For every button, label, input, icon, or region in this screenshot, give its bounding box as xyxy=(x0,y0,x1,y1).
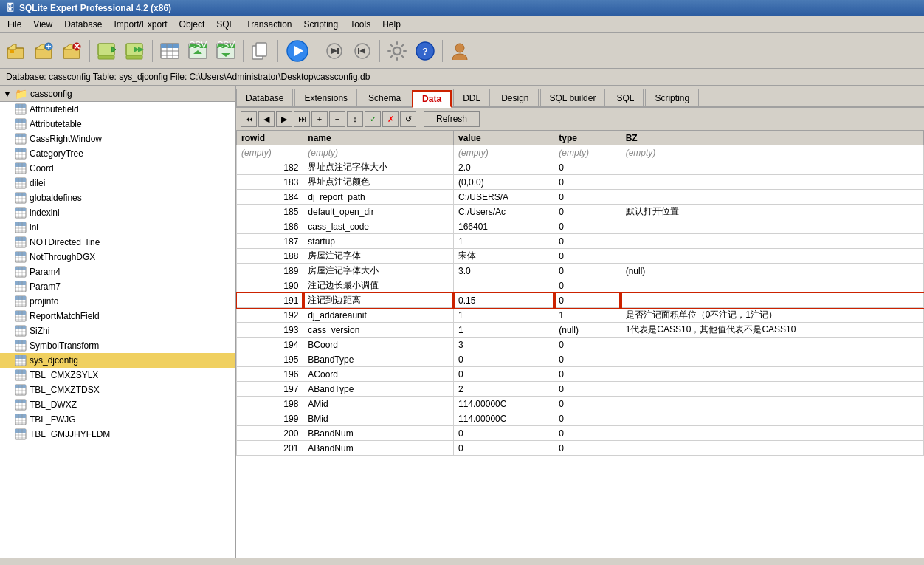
table-row[interactable]: 193cass_version1(null)1代表是CASS10，其他值代表不是… xyxy=(237,323,924,338)
next-row-btn[interactable]: ▶ xyxy=(276,111,292,127)
cell-1: default_open_dir xyxy=(303,205,454,219)
confirm-btn[interactable]: ✓ xyxy=(365,111,381,127)
tab-data[interactable]: Data xyxy=(412,90,452,108)
play-btn[interactable] xyxy=(282,38,313,64)
tree-item-indexini[interactable]: indexini xyxy=(0,205,235,220)
menu-help[interactable]: Help xyxy=(378,18,405,31)
menu-file[interactable]: File xyxy=(3,18,26,31)
table-row[interactable]: 199BMid114.00000C0 xyxy=(237,411,924,426)
table-row[interactable]: 182界址点注记字体大小2.00 xyxy=(237,160,924,175)
menu-importexport[interactable]: Import/Export xyxy=(110,18,172,31)
tree-item-attributetable[interactable]: Attributetable xyxy=(0,117,235,131)
tab-schema[interactable]: Schema xyxy=(359,89,410,106)
menu-database[interactable]: Database xyxy=(60,18,106,31)
tree-item-coord[interactable]: Coord xyxy=(0,161,235,176)
table-row[interactable]: 184dj_report_pathC:/USERS/A0 xyxy=(237,190,924,205)
col-bz[interactable]: BZ xyxy=(621,131,923,145)
tree-item-ini[interactable]: ini xyxy=(0,220,235,235)
copy-btn[interactable] xyxy=(247,38,274,64)
tree-item-notthroughdgx[interactable]: NotThroughDGX xyxy=(0,250,235,264)
last-row-btn[interactable]: ⏭ xyxy=(294,111,310,127)
menu-sql[interactable]: SQL xyxy=(212,18,238,31)
prev-row-btn[interactable]: ◀ xyxy=(258,111,275,127)
tree-item-tbl_cmxzsylx[interactable]: TBL_CMXZSYLX xyxy=(0,368,235,383)
skip-forward-btn[interactable] xyxy=(321,38,348,64)
table-grid-btn[interactable] xyxy=(156,38,183,64)
export-btn[interactable]: CSV xyxy=(213,38,239,64)
table-row[interactable]: 198AMid114.00000C0 xyxy=(237,397,924,411)
table-icon xyxy=(15,162,27,174)
table-row[interactable]: 185default_open_dirC:/Users/Ac0默认打开位置 xyxy=(237,205,924,219)
tree-item-notdirected_line[interactable]: NOTDirected_line xyxy=(0,235,235,250)
refresh-button[interactable]: Refresh xyxy=(424,111,480,127)
tree-item-categorytree[interactable]: CategoryTree xyxy=(0,146,235,161)
run-button[interactable] xyxy=(94,38,120,64)
table-row[interactable]: 190注记边长最小调值0 xyxy=(237,278,924,293)
tab-sql[interactable]: SQL xyxy=(607,89,644,106)
menu-transaction[interactable]: Transaction xyxy=(241,18,296,31)
menu-tools[interactable]: Tools xyxy=(345,18,375,31)
col-rowid[interactable]: rowid xyxy=(237,131,303,145)
tree-item-attributefield[interactable]: Attributefield xyxy=(0,102,235,117)
tree-item-symboltransform[interactable]: SymbolTransform xyxy=(0,338,235,353)
table-row[interactable]: 196ACoord00 xyxy=(237,367,924,382)
tree-item-reportmatchfield[interactable]: ReportMatchField xyxy=(0,309,235,323)
tab-extensions[interactable]: Extensions xyxy=(294,89,357,106)
help-btn[interactable]: ? xyxy=(412,38,438,64)
tab-ddl[interactable]: DDL xyxy=(453,89,490,106)
table-row[interactable]: 197ABandType20 xyxy=(237,382,924,397)
table-row[interactable]: 201ABandNum00 xyxy=(237,441,924,456)
menu-object[interactable]: Object xyxy=(175,18,210,31)
skip-back-btn[interactable] xyxy=(349,38,376,64)
table-row[interactable]: 189房屋注记字体大小3.00(null) xyxy=(237,264,924,278)
col-name[interactable]: name xyxy=(303,131,454,145)
first-row-btn[interactable]: ⏮ xyxy=(241,111,257,127)
cell-4 xyxy=(621,293,923,308)
menu-view[interactable]: View xyxy=(29,18,57,31)
refresh-icon-btn[interactable]: ↺ xyxy=(400,111,416,127)
menu-scripting[interactable]: Scripting xyxy=(300,18,343,31)
cell-0: 194 xyxy=(237,338,303,352)
tree-item-projinfo[interactable]: projinfo xyxy=(0,294,235,309)
tab-sql-builder[interactable]: SQL builder xyxy=(540,89,606,106)
table-row[interactable]: 183界址点注记颜色(0,0,0)0 xyxy=(237,175,924,190)
tab-scripting[interactable]: Scripting xyxy=(645,89,699,106)
execute-button[interactable] xyxy=(122,38,148,64)
tab-database[interactable]: Database xyxy=(236,89,293,106)
table-row[interactable]: 187startup10 xyxy=(237,234,924,249)
move-row-btn[interactable]: ↕ xyxy=(347,111,363,127)
col-value[interactable]: value xyxy=(454,131,554,145)
delete-row-btn[interactable]: − xyxy=(329,111,345,127)
tree-item-sizhi[interactable]: SiZhi xyxy=(0,323,235,338)
table-row[interactable]: 192dj_addareaunit11是否注记面积单位（0不注记，1注记） xyxy=(237,308,924,323)
tree-item-param7[interactable]: Param7 xyxy=(0,279,235,294)
new-db-button[interactable]: + xyxy=(31,38,58,64)
tree-item-sys_djconfig[interactable]: sys_djconfig xyxy=(0,353,235,368)
tab-design[interactable]: Design xyxy=(492,89,538,106)
table-row[interactable]: 188房屋注记字体宋体0 xyxy=(237,249,924,264)
tree-item-dilei[interactable]: dilei xyxy=(0,176,235,191)
cancel-edit-btn[interactable]: ✗ xyxy=(382,111,399,127)
open-db-button[interactable] xyxy=(3,38,30,64)
data-table-container[interactable]: rowid name value type BZ (empty)(empty)(… xyxy=(236,131,924,558)
tree-item-tbl_fwjg[interactable]: TBL_FWJG xyxy=(0,412,235,427)
tree-item-tbl_gmjjhyfldm[interactable]: TBL_GMJJHYFLDM xyxy=(0,427,235,442)
table-row[interactable]: 195BBandType00 xyxy=(237,352,924,367)
settings-btn[interactable] xyxy=(384,38,410,64)
table-row[interactable]: 191注记到边距离0.150 xyxy=(237,293,924,308)
svg-rect-83 xyxy=(15,193,26,196)
col-type[interactable]: type xyxy=(554,131,621,145)
import-btn[interactable]: CSV xyxy=(185,38,211,64)
tree-item-param4[interactable]: Param4 xyxy=(0,264,235,279)
tree-item-tbl_dwxz[interactable]: TBL_DWXZ xyxy=(0,397,235,412)
table-row[interactable]: 200BBandNum00 xyxy=(237,426,924,441)
user-btn[interactable] xyxy=(447,38,473,64)
table-row[interactable]: 186cass_last_code1664010 xyxy=(237,219,924,234)
add-row-btn[interactable]: + xyxy=(311,111,328,127)
tree-item-tbl_cmxztdsx[interactable]: TBL_CMXZTDSX xyxy=(0,383,235,397)
tree-item-globaldefines[interactable]: globaldefines xyxy=(0,191,235,205)
tree-item-cassrightwindow[interactable]: CassRightWindow xyxy=(0,131,235,146)
tree-root[interactable]: ▼ 📁 cassconfig xyxy=(0,86,235,102)
table-row[interactable]: 194BCoord30 xyxy=(237,338,924,352)
close-db-button[interactable]: ✕ xyxy=(59,38,86,64)
